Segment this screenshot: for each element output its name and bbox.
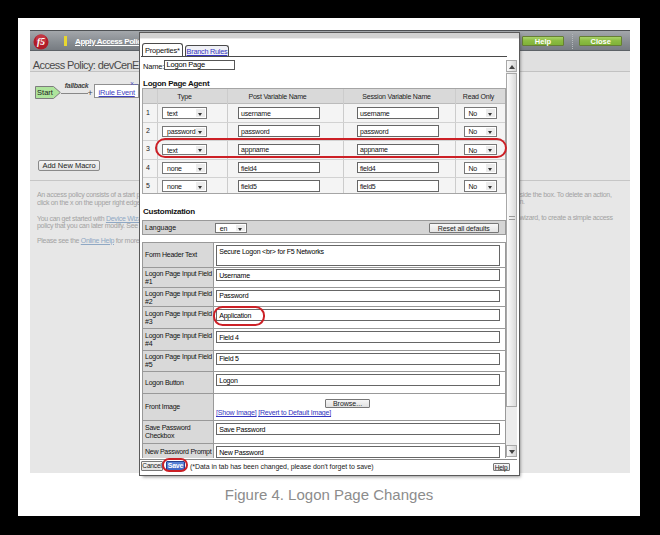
svg-text:Start: Start bbox=[37, 88, 54, 97]
svg-text:f5: f5 bbox=[37, 37, 45, 47]
